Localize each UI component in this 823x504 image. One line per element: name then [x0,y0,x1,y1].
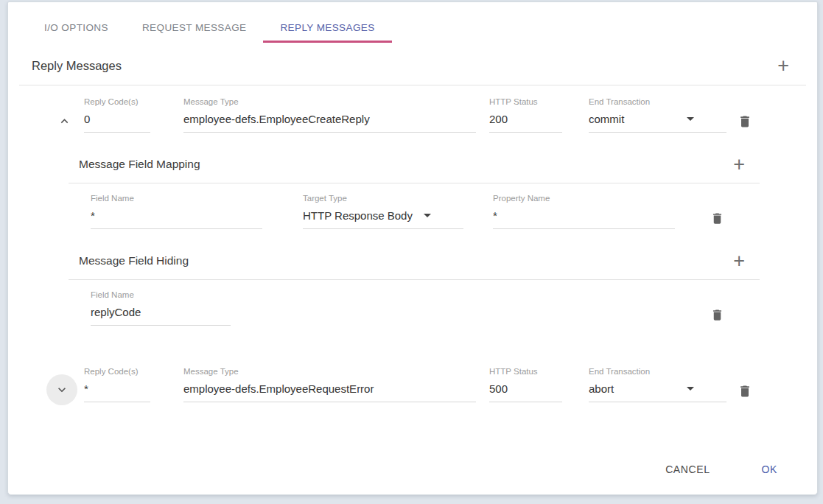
trash-icon [738,384,752,399]
property-name-input[interactable]: * [493,209,675,223]
plus-icon: + [733,153,745,175]
dialog-actions: CANCEL OK [662,459,780,480]
add-mapping-button[interactable]: + [730,157,748,172]
field-label: End Transaction [589,97,726,106]
end-transaction-field: End Transaction abort [589,367,726,402]
delete-reply-1-button[interactable] [738,113,752,130]
end-transaction-field: End Transaction commit [589,97,726,133]
reply-messages-dialog: I/O OPTIONS REQUEST MESSAGE REPLY MESSAG… [7,1,818,495]
chevron-up-icon [57,114,71,128]
section-title: Message Field Mapping [79,158,200,171]
field-label: Message Type [183,367,476,376]
field-label: Field Name [91,290,231,299]
field-label: End Transaction [589,367,726,376]
message-type-input[interactable]: employee-defs.EmployeeRequestError [183,382,476,396]
plus-icon: + [777,55,789,77]
tab-request-message[interactable]: REQUEST MESSAGE [125,13,264,43]
add-reply-button[interactable]: + [774,58,792,73]
field-label: Message Type [183,97,476,106]
http-status-field: HTTP Status 500 [489,367,562,402]
cancel-button[interactable]: CANCEL [662,459,712,480]
delete-hiding-button[interactable] [710,307,724,323]
page-title: Reply Messages [32,59,122,73]
field-name-input[interactable]: replyCode [91,305,231,319]
delete-mapping-button[interactable] [710,210,724,226]
http-status-input[interactable]: 200 [489,112,562,126]
section-header: Message Field Mapping + [69,133,760,183]
dropdown-arrow-icon [424,214,431,217]
property-name-field: Property Name * [493,194,675,229]
http-status-field: HTTP Status 200 [489,97,562,133]
message-type-field: Message Type employee-defs.EmployeeReque… [183,367,476,402]
field-label: Field Name [91,194,262,203]
hiding-row-1: Field Name replyCode [69,280,760,326]
target-type-field: Target Type HTTP Response Body [303,194,463,229]
tab-reply-messages[interactable]: REPLY MESSAGES [263,13,391,43]
ok-button[interactable]: OK [759,459,780,480]
message-field-hiding-section: Message Field Hiding + Field Name replyC… [69,229,760,326]
reply-codes-field: Reply Code(s) 0 [84,97,150,133]
reply-codes-field: Reply Code(s) * [84,367,150,402]
trash-icon [710,211,724,225]
page-header: Reply Messages + [32,55,792,76]
tab-io-options[interactable]: I/O OPTIONS [27,13,125,43]
plus-icon: + [733,250,745,272]
delete-reply-2-button[interactable] [738,383,752,399]
trash-icon [738,114,752,129]
chevron-down-icon [55,382,69,397]
mapping-row-1: Field Name * Target Type HTTP Response B… [69,183,760,229]
section-title: Message Field Hiding [79,254,189,267]
end-transaction-select[interactable]: commit [589,112,726,126]
add-hiding-button[interactable]: + [730,253,748,268]
field-name-field: Field Name replyCode [91,290,231,326]
field-name-input[interactable]: * [91,209,262,223]
reply-row-1: Reply Code(s) 0 Message Type employee-de… [8,85,817,133]
end-transaction-select[interactable]: abort [589,382,726,396]
http-status-input[interactable]: 500 [489,382,562,396]
section-header: Message Field Hiding + [69,229,760,279]
field-label: Target Type [303,194,463,203]
reply-codes-input[interactable]: 0 [84,112,150,126]
reply-row-2: Reply Code(s) * Message Type employee-de… [8,355,817,402]
field-label: Property Name [493,194,675,203]
tab-bar: I/O OPTIONS REQUEST MESSAGE REPLY MESSAG… [8,2,817,43]
dropdown-arrow-icon [687,117,694,121]
reply-codes-input[interactable]: * [84,382,150,396]
dropdown-arrow-icon [687,387,694,391]
expand-reply-2-button[interactable] [46,374,77,405]
field-label: Reply Code(s) [84,367,150,376]
trash-icon [710,308,724,322]
field-label: HTTP Status [489,367,562,376]
message-type-input[interactable]: employee-defs.EmployeeCreateReply [183,112,476,126]
field-label: Reply Code(s) [84,97,150,106]
message-type-field: Message Type employee-defs.EmployeeCreat… [183,97,476,133]
field-label: HTTP Status [489,97,562,106]
collapse-reply-1-button[interactable] [51,108,77,134]
message-field-mapping-section: Message Field Mapping + Field Name * Tar… [69,133,760,229]
field-name-field: Field Name * [91,194,262,229]
target-type-select[interactable]: HTTP Response Body [303,209,463,223]
